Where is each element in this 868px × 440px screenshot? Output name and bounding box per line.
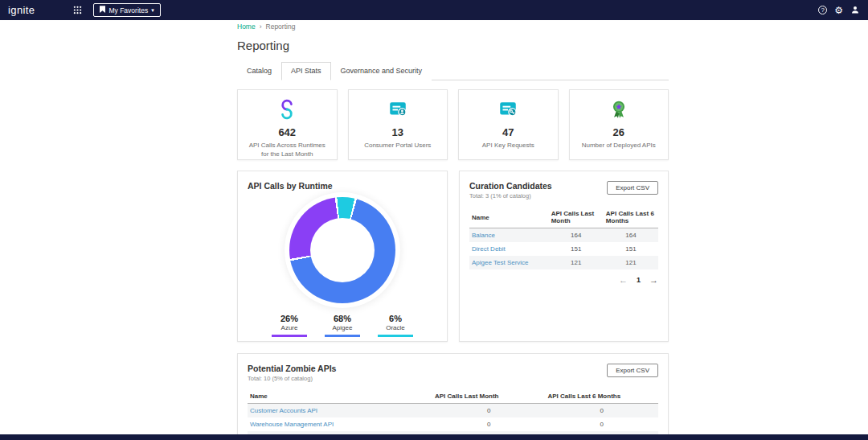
breadcrumb: Home › Reporting [237,23,669,31]
zombie-subtitle: Total: 10 (5% of catalog) [248,375,336,382]
stat-card-deployed-apis: 26 Number of Deployed APIs [569,89,669,160]
stat-card-api-key-requests: 47 API Key Requests [458,89,559,160]
curation-candidates-panel: Curation Candidates Total: 3 (1% of cata… [459,171,669,342]
breadcrumb-home-link[interactable]: Home [237,23,256,31]
chart-title: API Calls by Runtime [248,181,437,191]
legend-pct: 26% [272,314,307,323]
tab-catalog[interactable]: Catalog [237,62,281,80]
bottom-bar [0,434,868,440]
potential-zombie-apis-panel: Potential Zombie APIs Total: 10 (5% of c… [237,353,669,440]
legend-color-bar [325,335,360,337]
portal-users-icon [387,109,408,122]
pagination-current-page: 1 [637,276,641,284]
stat-cards-row: 642 API Calls Across Runtimes for the La… [237,89,669,160]
legend-label: Oracle [378,324,413,334]
api-calls-by-runtime-panel: API Calls by Runtime 26% Azure 68% Apige… [237,171,448,342]
zombie-title: Potential Zombie APIs [248,364,336,373]
bookmark-icon [100,6,105,14]
legend-color-bar [378,335,413,337]
table-row: Warehouse Management API 0 0 [248,417,658,431]
legend-pct: 6% [378,314,413,323]
app-grid-icon[interactable] [73,6,82,14]
deployed-apis-icon [608,109,629,122]
legend-item-azure[interactable]: 26% Azure [272,314,307,337]
table-row: Balance 164 164 [469,228,658,243]
curation-subtitle: Total: 3 (1% of catalog) [469,192,552,199]
legend-color-bar [272,335,307,337]
api-name-link[interactable]: Customer Accounts API [250,407,317,414]
pagination: ← 1 → [469,275,658,285]
legend-label: Azure [272,324,307,334]
main-content: Home › Reporting Reporting Catalog API S… [237,23,669,440]
tab-governance-and-security[interactable]: Governance and Security [331,62,432,80]
zombie-export-csv-button[interactable]: Export CSV [607,364,658,377]
page-title: Reporting [237,39,669,52]
value-cell: 164 [549,228,604,243]
chart-legend: 26% Azure 68% Apigee 6% Oracle [248,314,437,337]
column-header-last-month: API Calls Last Month [549,207,604,228]
table-row: Apigee Test Service 121 121 [469,256,658,269]
my-favorites-button[interactable]: My Favorites ▾ [93,3,160,17]
breadcrumb-separator: › [260,23,262,31]
curation-title: Curation Candidates [469,181,552,191]
stat-value: 642 [243,126,332,138]
curation-export-csv-button[interactable]: Export CSV [607,181,658,195]
pagination-next-arrow[interactable]: → [649,275,658,285]
legend-label: Apigee [325,324,360,334]
value-cell: 151 [549,242,604,256]
tab-api-stats[interactable]: API Stats [281,62,331,80]
donut-chart[interactable] [289,197,395,303]
zombie-table: Name API Calls Last Month API Calls Last… [248,389,658,440]
top-navbar: ignite My Favorites ▾ ? ⚙ [0,0,868,20]
value-cell: 121 [604,256,658,269]
stat-label: API Key Requests [464,142,553,150]
my-favorites-label: My Favorites [108,6,148,14]
api-key-icon [497,109,518,122]
help-icon[interactable]: ? [818,6,827,14]
gear-icon[interactable]: ⚙ [834,6,843,15]
api-name-link[interactable]: Direct Debit [472,245,506,253]
table-header-row: Name API Calls Last Month API Calls Last… [248,389,658,404]
value-cell: 0 [432,404,546,418]
stat-label: Consumer Portal Users [354,142,443,150]
column-header-last-month: API Calls Last Month [432,389,546,404]
brand-logo[interactable]: ignite [8,4,35,16]
donut-hole [310,218,375,282]
value-cell: 0 [432,417,546,431]
stat-value: 47 [464,126,553,138]
legend-item-oracle[interactable]: 6% Oracle [378,314,413,337]
api-name-link[interactable]: Warehouse Management API [250,421,334,428]
table-header-row: Name API Calls Last Month API Calls Last… [469,207,658,228]
pagination-prev-arrow[interactable]: ← [619,275,628,285]
legend-pct: 68% [325,314,360,323]
stat-card-portal-users: 13 Consumer Portal Users [348,89,448,160]
value-cell: 0 [545,417,658,431]
curation-table: Name API Calls Last Month API Calls Last… [469,207,658,269]
value-cell: 121 [549,256,604,269]
api-name-link[interactable]: Apigee Test Service [472,259,529,266]
column-header-last-6-months: API Calls Last 6 Months [604,207,658,228]
value-cell: 164 [604,228,658,243]
column-header-name: Name [248,389,432,404]
caret-down-icon: ▾ [151,7,154,14]
api-name-link[interactable]: Balance [472,232,495,239]
navbar-actions: ? ⚙ [818,3,860,18]
stat-value: 13 [354,126,443,138]
breadcrumb-current: Reporting [266,23,296,31]
table-row: Customer Accounts API 0 0 [248,404,658,418]
runtime-sync-icon [276,109,297,122]
tab-bar: Catalog API Stats Governance and Securit… [237,62,669,80]
stat-card-api-calls: 642 API Calls Across Runtimes for the La… [237,89,338,160]
user-icon[interactable] [850,3,860,18]
column-header-name: Name [469,207,549,228]
stat-value: 26 [575,126,664,138]
table-row: Direct Debit 151 151 [469,242,658,256]
stat-label: API Calls Across Runtimes for the Last M… [243,142,332,159]
value-cell: 151 [604,242,658,256]
column-header-last-6-months: API Calls Last 6 Months [545,389,658,404]
value-cell: 0 [545,404,658,418]
legend-item-apigee[interactable]: 68% Apigee [325,314,360,337]
stat-label: Number of Deployed APIs [575,142,664,150]
